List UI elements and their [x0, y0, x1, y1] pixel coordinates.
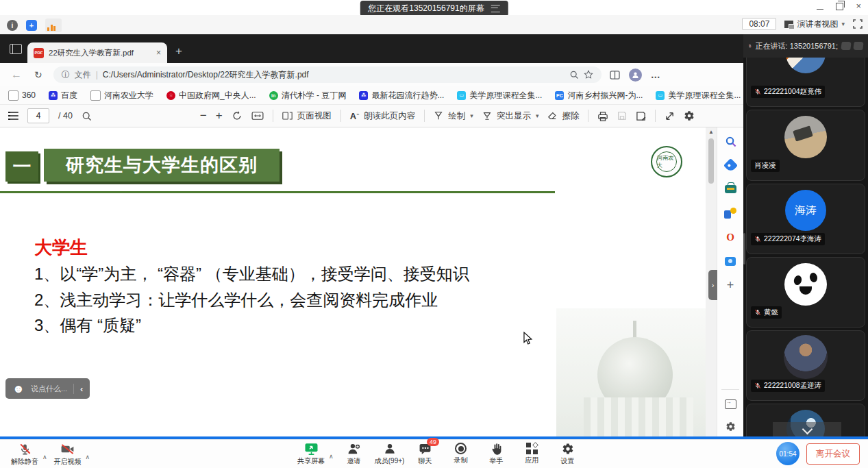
unmute-button[interactable]: 解除静音 — [10, 443, 40, 467]
window-controls: × — [817, 1, 861, 11]
sidebar-designer-icon[interactable] — [723, 254, 737, 268]
status-left-icons: i + — [7, 19, 62, 32]
favorites-star-icon[interactable] — [584, 70, 593, 79]
share-screen-button[interactable]: 共享屏幕 — [296, 443, 326, 466]
search-icon[interactable] — [82, 111, 92, 121]
chat-quick-bar[interactable]: ☻ 说点什么... ‹ — [5, 378, 90, 399]
mic-muted-icon — [754, 382, 761, 389]
chevron-down-icon[interactable]: ▾ — [536, 112, 539, 119]
participant-tile[interactable]: 肖凌凌 — [746, 110, 865, 181]
tab-actions-icon[interactable] — [10, 44, 22, 54]
participant-name-chip: 肖凌凌 — [751, 160, 780, 172]
erase-button[interactable]: 擦除 — [547, 110, 579, 122]
chat-collapse-chevron[interactable]: ‹ — [80, 384, 83, 394]
scrollbar-thumb[interactable] — [708, 138, 714, 184]
restore-button[interactable] — [836, 3, 843, 10]
bookmark-item[interactable]: ☆中国政府网_中央人... — [166, 90, 256, 101]
start-video-button[interactable]: 开启视频 — [53, 443, 83, 467]
sidebar-games-icon[interactable] — [723, 206, 737, 220]
participants-scrollbar[interactable] — [743, 233, 745, 264]
record-button[interactable]: 录制 — [446, 443, 476, 466]
network-stats-icon[interactable] — [45, 19, 62, 32]
browser-tab[interactable]: PDF 22研究生入学教育新.pdf × — [27, 42, 167, 63]
highlight-button[interactable]: 突出显示 ▾ — [482, 110, 539, 122]
sidebar-collapse-handle[interactable]: › — [708, 270, 717, 300]
avatar — [784, 116, 827, 158]
sidebar-settings-gear-icon[interactable] — [723, 419, 737, 433]
draw-button[interactable]: 绘制 ▾ — [434, 110, 473, 122]
emoji-icon[interactable]: ☻ — [12, 383, 25, 395]
back-icon[interactable]: ← — [11, 69, 22, 81]
tab-close-icon[interactable]: × — [156, 48, 161, 58]
url-field[interactable]: ⓘ 文件 | C:/Users/Administrator/Desktop/22… — [53, 66, 602, 83]
bookmark-item[interactable]: ▭美学原理课程全集... — [656, 90, 741, 101]
close-button[interactable]: × — [856, 1, 861, 11]
read-aloud-button[interactable]: A⌁ 朗读此页内容 — [350, 110, 416, 122]
split-screen-icon[interactable] — [610, 71, 620, 79]
bookmark-item[interactable]: PC河南乡村振兴网-为... — [555, 90, 643, 101]
print-icon[interactable] — [597, 111, 608, 121]
toc-icon[interactable] — [8, 112, 18, 120]
new-tab-button[interactable]: + — [175, 45, 182, 57]
avatar: 海涛 — [785, 190, 826, 231]
zoom-in-button[interactable]: + — [216, 109, 223, 123]
bookmark-item[interactable]: ▭美学原理课程全集... — [457, 90, 542, 101]
fit-width-icon[interactable] — [251, 111, 264, 121]
rotate-icon[interactable] — [232, 110, 243, 121]
minimize-button[interactable] — [817, 9, 823, 10]
watching-banner[interactable]: 您正在观看13520156791的屏幕 — [360, 1, 508, 16]
shield-icon[interactable]: + — [26, 20, 37, 31]
info-icon[interactable]: i — [7, 20, 18, 31]
invite-icon — [347, 443, 360, 455]
bookmark-item[interactable]: 360 — [8, 90, 36, 101]
share-options-chevron[interactable]: ∧ — [329, 453, 334, 460]
mic-muted-icon — [748, 42, 752, 50]
members-button[interactable]: 成员(99+) — [375, 443, 405, 466]
bookmark-item[interactable]: 河南农业大学 — [90, 90, 153, 101]
slide-point: 2、浅主动学习：让学什么学什么，会查阅资料完成作业 — [34, 289, 438, 311]
participant-tile[interactable]: 222221008孟迎涛 — [746, 330, 865, 401]
reaction-icons[interactable] — [841, 42, 863, 50]
pdf-settings-gear-icon[interactable] — [684, 110, 695, 121]
scroll-more-participants-button[interactable] — [773, 422, 841, 436]
browser-addressbar: ← ↻ ⓘ 文件 | C:/Users/Administrator/Deskto… — [0, 63, 743, 86]
settings-button[interactable]: 设置 — [553, 443, 583, 466]
page-number-input[interactable]: 4 — [27, 108, 49, 123]
page-view-button[interactable]: 页面视图 — [282, 110, 332, 122]
chevron-down-icon[interactable]: ▾ — [470, 112, 473, 119]
fullscreen-button[interactable] — [853, 19, 863, 29]
participant-name-chip: 黄懿 — [751, 306, 782, 319]
mic-options-chevron[interactable]: ∧ — [42, 454, 47, 460]
bookmark-item[interactable]: ⁂百度 — [49, 90, 77, 101]
profile-avatar[interactable] — [629, 69, 642, 82]
chat-button[interactable]: 49 聊天 — [410, 443, 441, 466]
sidebar-panel-icon[interactable] — [723, 397, 737, 411]
participant-tile[interactable]: 黄懿 — [746, 257, 865, 328]
zoom-page-icon[interactable] — [569, 70, 579, 79]
sidebar-add-icon[interactable]: + — [723, 278, 737, 292]
chevron-down-icon — [802, 423, 813, 434]
view-mode-select[interactable]: 演讲者视图 ▾ — [784, 19, 845, 30]
participant-tile[interactable]: 海涛 222222074李海涛 — [746, 184, 865, 254]
refresh-icon[interactable]: ↻ — [34, 69, 42, 80]
sidebar-toolbox-icon[interactable] — [723, 182, 737, 196]
bookmark-item[interactable]: in清代朴学 - 豆丁网 — [269, 90, 347, 101]
expand-icon[interactable] — [665, 111, 675, 121]
save-as-icon[interactable] — [636, 111, 646, 121]
leave-meeting-button[interactable]: 离开会议 — [806, 443, 860, 465]
invite-button[interactable]: 邀请 — [339, 443, 369, 466]
browser-menu-icon[interactable]: … — [651, 69, 661, 80]
page-info-icon[interactable]: ⓘ — [62, 69, 70, 81]
banner-menu-icon[interactable] — [491, 5, 500, 12]
apps-button[interactable]: 应用 — [517, 443, 547, 466]
raise-hand-button[interactable]: 举手 — [482, 443, 512, 466]
video-options-chevron[interactable]: ∧ — [86, 454, 90, 460]
sidebar-search-icon[interactable] — [723, 134, 737, 148]
bookmark-item[interactable]: ⁂最新花园流行趋势... — [359, 90, 444, 101]
scroll-up-arrow[interactable]: ▲ — [706, 129, 717, 135]
participant-tile[interactable] — [746, 404, 865, 436]
sidebar-shopping-icon[interactable] — [723, 158, 737, 172]
zoom-out-button[interactable]: − — [200, 109, 207, 123]
chat-input-placeholder[interactable]: 说点什么... — [31, 384, 67, 394]
sidebar-office-icon[interactable]: O — [723, 230, 737, 244]
